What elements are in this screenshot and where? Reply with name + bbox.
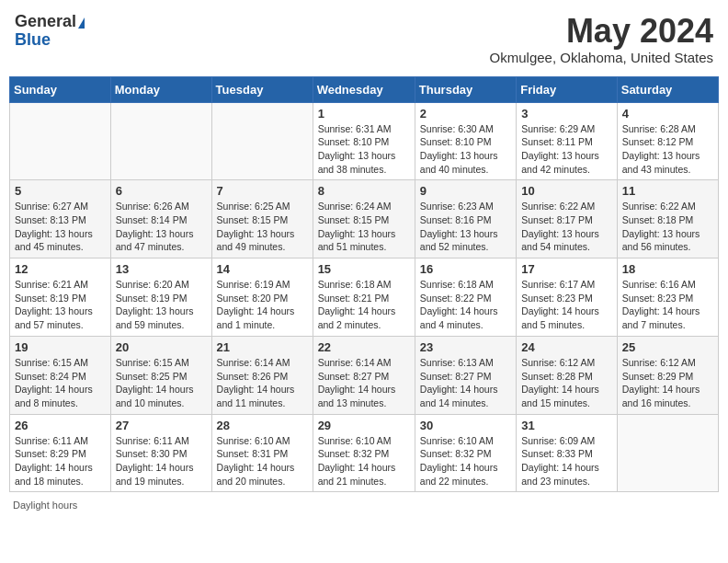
calendar-cell: 6Sunrise: 6:26 AM Sunset: 8:14 PM Daylig… (110, 180, 211, 259)
day-number: 1 (318, 107, 410, 121)
day-header-wednesday: Wednesday (313, 76, 415, 102)
calendar-cell: 18Sunrise: 6:16 AM Sunset: 8:23 PM Dayli… (617, 259, 718, 337)
day-number: 2 (420, 107, 511, 121)
day-number: 16 (420, 262, 511, 276)
day-info: Sunrise: 6:22 AM Sunset: 8:18 PM Dayligh… (622, 200, 713, 254)
day-number: 7 (217, 184, 308, 198)
day-number: 5 (15, 184, 106, 198)
day-info: Sunrise: 6:11 AM Sunset: 8:30 PM Dayligh… (116, 434, 207, 488)
day-number: 13 (116, 262, 207, 276)
day-info: Sunrise: 6:24 AM Sunset: 8:15 PM Dayligh… (318, 200, 410, 254)
calendar-cell: 10Sunrise: 6:22 AM Sunset: 8:17 PM Dayli… (517, 180, 618, 259)
day-number: 11 (622, 184, 713, 198)
calendar-cell: 20Sunrise: 6:15 AM Sunset: 8:25 PM Dayli… (110, 336, 211, 414)
day-info: Sunrise: 6:23 AM Sunset: 8:16 PM Dayligh… (420, 200, 511, 254)
day-number: 15 (318, 262, 410, 276)
day-info: Sunrise: 6:29 AM Sunset: 8:11 PM Dayligh… (521, 122, 612, 177)
day-number: 27 (116, 419, 207, 432)
day-header-monday: Monday (110, 76, 211, 102)
logo: General Blue (15, 13, 85, 50)
logo-blue: Blue (15, 30, 51, 49)
calendar-cell: 12Sunrise: 6:21 AM Sunset: 8:19 PM Dayli… (10, 259, 111, 337)
logo-text: General (15, 13, 85, 31)
day-number: 31 (521, 419, 612, 432)
calendar-cell: 31Sunrise: 6:09 AM Sunset: 8:33 PM Dayli… (517, 414, 618, 492)
day-info: Sunrise: 6:18 AM Sunset: 8:22 PM Dayligh… (420, 278, 511, 332)
calendar-cell: 16Sunrise: 6:18 AM Sunset: 8:22 PM Dayli… (415, 259, 516, 337)
day-info: Sunrise: 6:15 AM Sunset: 8:24 PM Dayligh… (15, 356, 106, 410)
day-info: Sunrise: 6:10 AM Sunset: 8:31 PM Dayligh… (217, 434, 308, 488)
day-header-friday: Friday (517, 76, 618, 102)
calendar-cell (617, 414, 718, 492)
day-number: 9 (420, 184, 511, 198)
day-number: 22 (318, 340, 410, 354)
day-number: 18 (622, 262, 713, 276)
calendar-cell: 1Sunrise: 6:31 AM Sunset: 8:10 PM Daylig… (313, 102, 415, 180)
calendar-cell (110, 102, 211, 180)
day-header-sunday: Sunday (10, 76, 111, 102)
day-number: 4 (622, 107, 713, 121)
calendar-cell: 17Sunrise: 6:17 AM Sunset: 8:23 PM Dayli… (517, 259, 618, 337)
day-number: 12 (15, 262, 106, 276)
calendar-cell: 4Sunrise: 6:28 AM Sunset: 8:12 PM Daylig… (617, 102, 718, 180)
title-area: May 2024 Okmulgee, Oklahoma, United Stat… (490, 13, 713, 65)
day-info: Sunrise: 6:27 AM Sunset: 8:13 PM Dayligh… (15, 200, 106, 254)
calendar-cell: 28Sunrise: 6:10 AM Sunset: 8:31 PM Dayli… (211, 414, 313, 492)
page-header: General Blue May 2024 Okmulgee, Oklahoma… (9, 9, 719, 69)
calendar-header: SundayMondayTuesdayWednesdayThursdayFrid… (10, 76, 719, 102)
calendar-cell: 11Sunrise: 6:22 AM Sunset: 8:18 PM Dayli… (617, 180, 718, 259)
logo-icon (78, 17, 85, 29)
day-info: Sunrise: 6:31 AM Sunset: 8:10 PM Dayligh… (318, 122, 410, 177)
day-info: Sunrise: 6:13 AM Sunset: 8:27 PM Dayligh… (420, 356, 511, 410)
week-row-3: 12Sunrise: 6:21 AM Sunset: 8:19 PM Dayli… (10, 259, 719, 337)
daylight-label: Daylight hours (13, 500, 77, 511)
month-title: May 2024 (490, 13, 713, 50)
day-info: Sunrise: 6:16 AM Sunset: 8:23 PM Dayligh… (622, 278, 713, 332)
day-number: 3 (521, 107, 612, 121)
day-header-thursday: Thursday (415, 76, 516, 102)
calendar-cell: 5Sunrise: 6:27 AM Sunset: 8:13 PM Daylig… (10, 180, 111, 259)
calendar-cell: 27Sunrise: 6:11 AM Sunset: 8:30 PM Dayli… (110, 414, 211, 492)
day-info: Sunrise: 6:28 AM Sunset: 8:12 PM Dayligh… (622, 122, 713, 177)
week-row-2: 5Sunrise: 6:27 AM Sunset: 8:13 PM Daylig… (10, 180, 719, 259)
calendar-cell: 2Sunrise: 6:30 AM Sunset: 8:10 PM Daylig… (415, 102, 516, 180)
logo-general: General (15, 12, 76, 30)
week-row-5: 26Sunrise: 6:11 AM Sunset: 8:29 PM Dayli… (10, 414, 719, 492)
calendar-cell: 21Sunrise: 6:14 AM Sunset: 8:26 PM Dayli… (211, 336, 313, 414)
day-number: 29 (318, 419, 410, 432)
day-number: 10 (521, 184, 612, 198)
day-number: 21 (217, 340, 308, 354)
day-number: 30 (420, 419, 511, 432)
calendar-cell: 23Sunrise: 6:13 AM Sunset: 8:27 PM Dayli… (415, 336, 516, 414)
day-header-tuesday: Tuesday (211, 76, 313, 102)
calendar-cell: 24Sunrise: 6:12 AM Sunset: 8:28 PM Dayli… (517, 336, 618, 414)
day-header-row: SundayMondayTuesdayWednesdayThursdayFrid… (10, 76, 719, 102)
calendar-cell: 29Sunrise: 6:10 AM Sunset: 8:32 PM Dayli… (313, 414, 415, 492)
calendar-cell (10, 102, 111, 180)
day-info: Sunrise: 6:14 AM Sunset: 8:27 PM Dayligh… (318, 356, 410, 410)
footer: Daylight hours (9, 500, 719, 511)
day-info: Sunrise: 6:12 AM Sunset: 8:29 PM Dayligh… (622, 356, 713, 410)
week-row-4: 19Sunrise: 6:15 AM Sunset: 8:24 PM Dayli… (10, 336, 719, 414)
day-number: 19 (15, 340, 106, 354)
day-info: Sunrise: 6:22 AM Sunset: 8:17 PM Dayligh… (521, 200, 612, 254)
day-number: 14 (217, 262, 308, 276)
calendar-cell: 30Sunrise: 6:10 AM Sunset: 8:32 PM Dayli… (415, 414, 516, 492)
day-number: 25 (622, 340, 713, 354)
day-info: Sunrise: 6:10 AM Sunset: 8:32 PM Dayligh… (318, 434, 410, 488)
day-info: Sunrise: 6:15 AM Sunset: 8:25 PM Dayligh… (116, 356, 207, 410)
day-header-saturday: Saturday (617, 76, 718, 102)
calendar-cell: 3Sunrise: 6:29 AM Sunset: 8:11 PM Daylig… (517, 102, 618, 180)
calendar-cell: 14Sunrise: 6:19 AM Sunset: 8:20 PM Dayli… (211, 259, 313, 337)
calendar-cell: 19Sunrise: 6:15 AM Sunset: 8:24 PM Dayli… (10, 336, 111, 414)
day-number: 23 (420, 340, 511, 354)
day-info: Sunrise: 6:20 AM Sunset: 8:19 PM Dayligh… (116, 278, 207, 332)
calendar-cell: 22Sunrise: 6:14 AM Sunset: 8:27 PM Dayli… (313, 336, 415, 414)
calendar-cell: 15Sunrise: 6:18 AM Sunset: 8:21 PM Dayli… (313, 259, 415, 337)
day-number: 26 (15, 419, 106, 432)
calendar-table: SundayMondayTuesdayWednesdayThursdayFrid… (9, 76, 719, 493)
day-number: 24 (521, 340, 612, 354)
calendar-cell: 25Sunrise: 6:12 AM Sunset: 8:29 PM Dayli… (617, 336, 718, 414)
day-number: 20 (116, 340, 207, 354)
day-number: 6 (116, 184, 207, 198)
